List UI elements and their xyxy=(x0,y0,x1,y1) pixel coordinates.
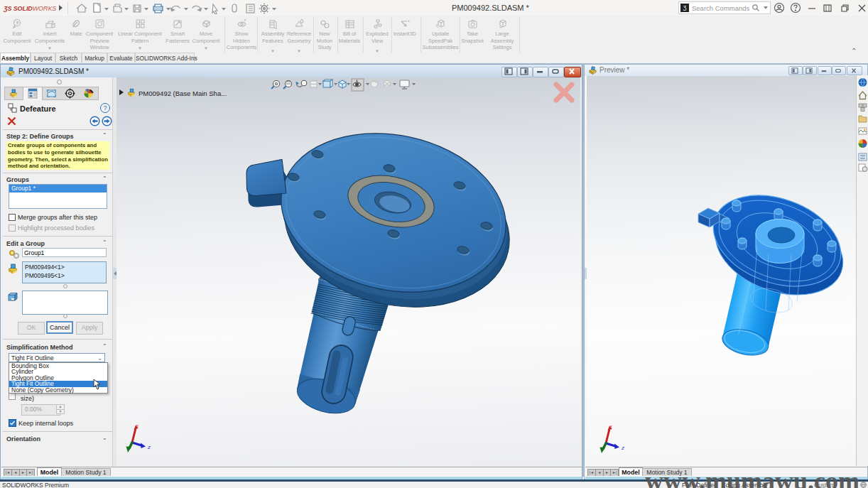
svg-text:x: x xyxy=(135,423,139,429)
svg-text:z: z xyxy=(147,444,151,450)
svg-text:z: z xyxy=(621,445,624,451)
svg-text:x: x xyxy=(609,423,613,430)
